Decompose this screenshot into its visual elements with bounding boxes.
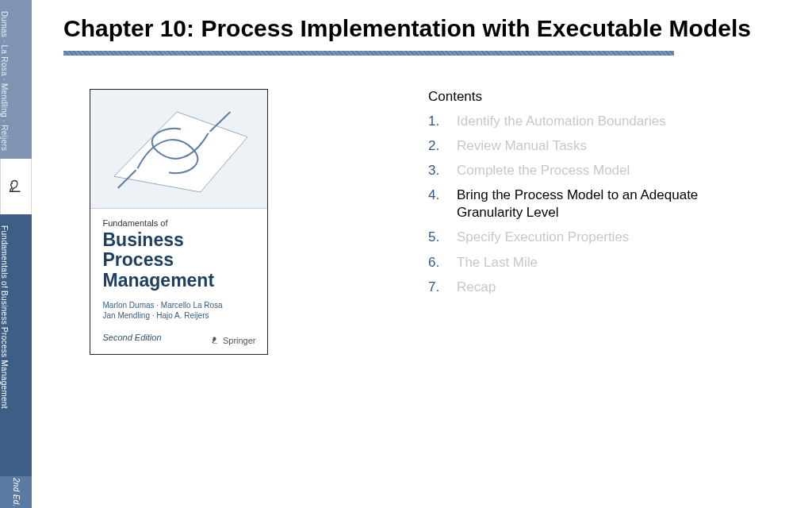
cover-column: Fundamentals of Business Process Managem… [63, 89, 293, 355]
toc-item-number: 6. [428, 254, 442, 271]
springer-horse-icon [210, 335, 220, 346]
spine-edition: 2nd Ed. [12, 478, 21, 507]
book-cover: Fundamentals of Business Process Managem… [90, 89, 268, 355]
slide-body: Chapter 10: Process Implementation with … [48, 0, 812, 508]
toc-item-label: Identify the Automation Boundaries [457, 113, 666, 130]
spine-authors: Dumas · La Rosa · Mendling · Reijers [0, 11, 9, 151]
toc-item-number: 2. [428, 137, 442, 155]
toc-item: 7.Recap [428, 279, 780, 296]
toc-item-number: 4. [428, 187, 442, 221]
toc-item-label: Bring the Process Model to an Adequate G… [457, 187, 742, 221]
page-title: Chapter 10: Process Implementation with … [63, 14, 780, 43]
toc-item-number: 3. [428, 162, 442, 179]
toc-item-label: Recap [457, 279, 496, 296]
toc-item-number: 7. [428, 279, 442, 296]
contents-column: Contents 1.Identify the Automation Bound… [293, 89, 780, 355]
toc-item-label: Specify Execution Properties [457, 229, 629, 246]
cover-supertitle: Fundamentals of [103, 218, 255, 228]
toc-item: 5.Specify Execution Properties [428, 229, 780, 246]
toc-item-number: 5. [428, 229, 442, 246]
toc-item-number: 1. [428, 113, 442, 130]
cover-authors-line2: Jan Mendling · Hajo A. Reijers [103, 310, 255, 321]
contents-list: 1.Identify the Automation Boundaries2.Re… [428, 113, 780, 296]
drawing-hands-icon [90, 90, 267, 208]
contents-heading: Contents [428, 89, 780, 105]
publisher-label: Springer [223, 336, 256, 345]
title-underline [63, 51, 674, 56]
cover-title: Business Process Management [103, 230, 255, 291]
toc-item: 2.Review Manual Tasks [428, 137, 780, 155]
toc-item-label: The Last Mile [457, 254, 538, 271]
cover-authors-line1: Marlon Dumas · Marcello La Rosa [103, 300, 255, 311]
cover-art [90, 90, 267, 209]
spine-edition-segment: 2nd Ed. [0, 476, 32, 508]
toc-item: 3.Complete the Process Model [428, 162, 780, 179]
slide-page: Dumas · La Rosa · Mendling · Reijers Fun… [0, 0, 812, 508]
knight-icon [7, 176, 25, 197]
cover-publisher: Springer [210, 335, 256, 346]
toc-item-label: Review Manual Tasks [457, 137, 587, 155]
spine-title-segment: Fundamentals of Business Process Managem… [0, 214, 32, 476]
toc-item: 4.Bring the Process Model to an Adequate… [428, 187, 780, 221]
toc-item: 6.The Last Mile [428, 254, 780, 271]
toc-item-label: Complete the Process Model [457, 162, 630, 179]
spine-authors-segment: Dumas · La Rosa · Mendling · Reijers [0, 0, 32, 159]
spine-title: Fundamentals of Business Process Managem… [0, 225, 9, 409]
spine-logo-segment [0, 159, 32, 214]
toc-item: 1.Identify the Automation Boundaries [428, 113, 780, 130]
book-spine: Dumas · La Rosa · Mendling · Reijers Fun… [0, 0, 32, 508]
